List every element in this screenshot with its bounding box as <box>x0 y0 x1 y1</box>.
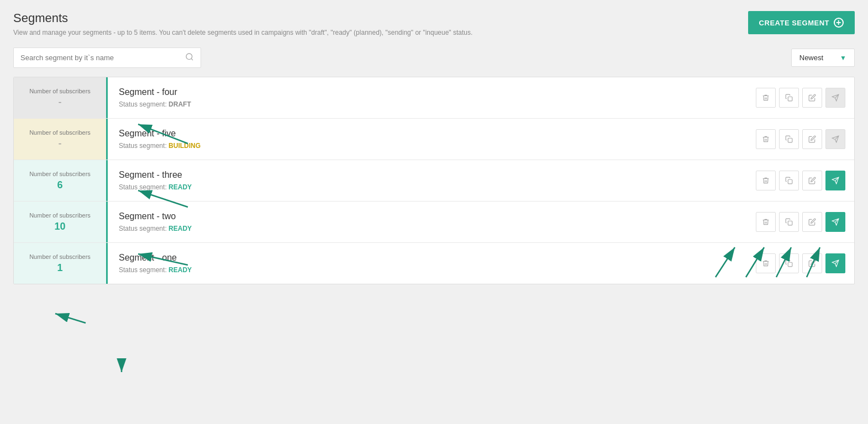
svg-rect-2 <box>788 97 792 101</box>
subscriber-count: 10 <box>54 221 65 232</box>
subscriber-count: - <box>59 138 62 150</box>
chevron-down-icon: ▼ <box>840 54 846 62</box>
segment-content: Segment - four Status segment: DRAFT <box>108 77 747 118</box>
status-value: READY <box>169 225 192 232</box>
edit-button[interactable] <box>802 212 822 232</box>
segment-actions <box>747 243 854 284</box>
svg-rect-14 <box>788 262 792 267</box>
segment-status: Status segment: BUILDING <box>119 142 736 150</box>
toolbar: Newest ▼ <box>13 47 855 68</box>
segment-actions <box>747 202 854 242</box>
plus-icon: + <box>834 18 844 28</box>
segment-name: Segment - three <box>119 170 736 180</box>
sort-label: Newest <box>799 54 823 62</box>
svg-line-21 <box>55 314 86 323</box>
segment-row: Number of subscribers 6 Segment - three … <box>14 160 854 202</box>
subscriber-count: 6 <box>57 179 62 191</box>
edit-button[interactable] <box>802 88 822 108</box>
send-button[interactable] <box>825 129 845 149</box>
page-subtitle: View and manage your segments - up to 5 … <box>13 29 472 36</box>
edit-button[interactable] <box>802 171 822 190</box>
search-box[interactable] <box>13 47 201 68</box>
copy-button[interactable] <box>779 88 799 108</box>
segment-name: Segment - five <box>119 129 736 139</box>
send-button[interactable] <box>825 88 845 108</box>
segment-status: Status segment: READY <box>119 183 736 191</box>
segment-status: Status segment: READY <box>119 266 736 274</box>
status-value: READY <box>169 266 192 274</box>
segment-content: Segment - two Status segment: READY <box>108 202 747 242</box>
create-segment-button[interactable]: CREATE SEGMENT + <box>748 11 855 34</box>
segment-row: Number of subscribers - Segment - four S… <box>14 77 854 119</box>
copy-button[interactable] <box>779 253 799 273</box>
status-value: BUILDING <box>169 142 201 150</box>
segment-left-panel: Number of subscribers 6 <box>14 160 108 201</box>
page-title: Segments <box>13 11 472 25</box>
segment-row: Number of subscribers 10 Segment - two S… <box>14 202 854 243</box>
delete-button[interactable] <box>756 171 776 190</box>
segment-name: Segment - four <box>119 87 736 97</box>
segment-status: Status segment: READY <box>119 225 736 232</box>
segments-list: Number of subscribers - Segment - four S… <box>13 77 855 284</box>
segment-actions <box>747 160 854 201</box>
status-value: READY <box>169 183 192 191</box>
svg-rect-11 <box>788 221 792 225</box>
segment-left-panel: Number of subscribers 1 <box>14 243 108 284</box>
segment-name: Segment - one <box>119 253 736 263</box>
segment-status: Status segment: DRAFT <box>119 100 736 108</box>
delete-button[interactable] <box>756 88 776 108</box>
search-input[interactable] <box>20 54 185 62</box>
svg-point-0 <box>186 54 192 60</box>
send-button[interactable] <box>825 171 845 190</box>
segment-left-panel: Number of subscribers - <box>14 119 108 160</box>
subscribers-label: Number of subscribers <box>29 212 91 219</box>
svg-rect-8 <box>788 179 792 184</box>
segment-left-panel: Number of subscribers 10 <box>14 202 108 242</box>
segment-actions <box>747 119 854 160</box>
edit-button[interactable] <box>802 253 822 273</box>
delete-button[interactable] <box>756 129 776 149</box>
sort-dropdown[interactable]: Newest ▼ <box>791 49 855 67</box>
subscribers-label: Number of subscribers <box>29 129 91 136</box>
send-button[interactable] <box>825 212 845 232</box>
segment-left-panel: Number of subscribers - <box>14 77 108 118</box>
subscribers-label: Number of subscribers <box>29 171 91 177</box>
subscribers-label: Number of subscribers <box>29 88 91 94</box>
search-icon <box>185 52 194 63</box>
copy-button[interactable] <box>779 171 799 190</box>
svg-line-1 <box>191 59 193 60</box>
svg-rect-5 <box>788 138 792 142</box>
segment-name: Segment - two <box>119 211 736 221</box>
status-value: DRAFT <box>169 100 191 108</box>
subscribers-label: Number of subscribers <box>29 253 91 260</box>
copy-button[interactable] <box>779 129 799 149</box>
subscriber-count: - <box>59 97 62 108</box>
segment-content: Segment - three Status segment: READY <box>108 160 747 201</box>
copy-button[interactable] <box>779 212 799 232</box>
segment-row: Number of subscribers 1 Segment - one St… <box>14 243 854 284</box>
send-button[interactable] <box>825 253 845 273</box>
segment-content: Segment - one Status segment: READY <box>108 243 747 284</box>
segment-actions <box>747 77 854 118</box>
subscriber-count: 1 <box>57 262 62 274</box>
segment-content: Segment - five Status segment: BUILDING <box>108 119 747 160</box>
edit-button[interactable] <box>802 129 822 149</box>
segment-row: Number of subscribers - Segment - five S… <box>14 119 854 160</box>
delete-button[interactable] <box>756 253 776 273</box>
create-segment-label: CREATE SEGMENT <box>759 19 829 27</box>
delete-button[interactable] <box>756 212 776 232</box>
